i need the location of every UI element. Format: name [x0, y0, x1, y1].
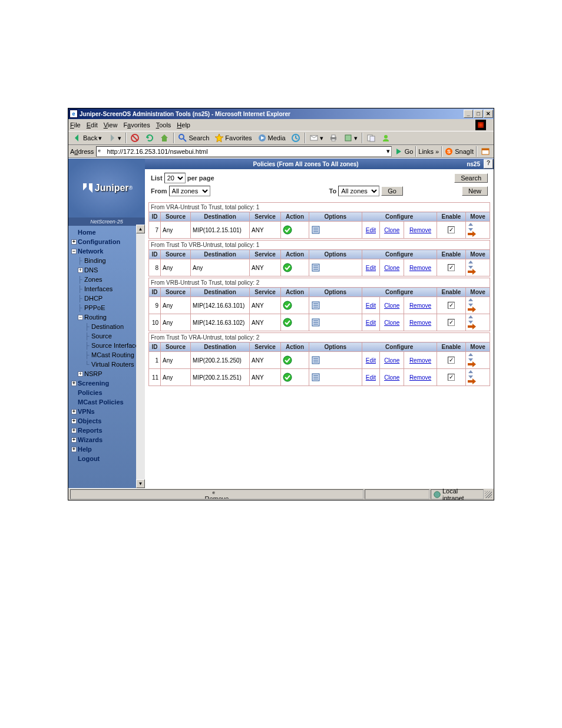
- snagit-window-button[interactable]: [479, 146, 492, 157]
- nav-pppoe[interactable]: ├PPPoE: [70, 303, 145, 312]
- minus-icon[interactable]: −: [71, 249, 77, 254]
- log-icon[interactable]: [311, 225, 360, 235]
- remove-link[interactable]: Remove: [409, 265, 431, 271]
- remove-link[interactable]: Remove: [409, 302, 431, 309]
- nav-screening[interactable]: +Screening: [70, 378, 145, 388]
- to-zone-select[interactable]: All zones: [338, 186, 379, 196]
- clone-link[interactable]: Clone: [384, 227, 399, 233]
- back-button[interactable]: Back ▾: [71, 133, 104, 143]
- edit-link[interactable]: Edit: [366, 357, 376, 364]
- menu-edit[interactable]: Edit: [87, 121, 98, 129]
- scroll-down-icon[interactable]: ▼: [136, 479, 145, 488]
- nav-mcast-policies[interactable]: MCast Policies: [70, 397, 145, 407]
- home-button[interactable]: [158, 133, 171, 143]
- messenger-button[interactable]: [379, 133, 392, 143]
- history-button[interactable]: [289, 133, 302, 143]
- menu-view[interactable]: View: [104, 121, 118, 129]
- move-updown-icon[interactable]: [468, 261, 488, 269]
- forward-button[interactable]: ▾: [105, 133, 123, 143]
- remove-link[interactable]: Remove: [409, 227, 431, 233]
- nav-vpns[interactable]: +VPNs: [70, 407, 145, 416]
- go-zone-button[interactable]: Go: [381, 186, 403, 196]
- enable-checkbox[interactable]: ✓: [448, 357, 455, 364]
- log-icon[interactable]: [311, 263, 360, 272]
- minimize-button[interactable]: _: [464, 110, 473, 118]
- new-button[interactable]: New: [462, 186, 488, 196]
- resize-grip[interactable]: [485, 491, 492, 498]
- nav-destination[interactable]: ├Destination: [70, 322, 145, 331]
- nav-configuration[interactable]: +Configuration: [70, 237, 145, 246]
- from-zone-select[interactable]: All zones: [169, 186, 210, 196]
- edit-link[interactable]: Edit: [366, 374, 376, 381]
- nav-dns[interactable]: +DNS: [70, 265, 145, 275]
- log-icon[interactable]: [311, 318, 360, 327]
- nav-help[interactable]: +Help: [70, 444, 145, 454]
- plus-icon[interactable]: +: [78, 371, 83, 377]
- enable-checkbox[interactable]: ✓: [448, 302, 455, 309]
- refresh-button[interactable]: [143, 133, 156, 143]
- clone-link[interactable]: Clone: [384, 265, 399, 271]
- discuss-button[interactable]: [365, 133, 378, 143]
- remove-link[interactable]: Remove: [409, 357, 431, 364]
- move-updown-icon[interactable]: [468, 315, 488, 324]
- nav-virtual-routers[interactable]: └Virtual Routers: [70, 360, 145, 369]
- move-updown-icon[interactable]: [468, 370, 488, 378]
- plus-icon[interactable]: +: [71, 409, 77, 414]
- move-updown-icon[interactable]: [468, 298, 488, 307]
- nav-interfaces[interactable]: ├Interfaces: [70, 284, 145, 294]
- move-arrow-icon[interactable]: [468, 324, 488, 330]
- edit-link[interactable]: Edit: [366, 227, 376, 233]
- move-arrow-icon[interactable]: [468, 231, 488, 237]
- nav-source[interactable]: ├Source: [70, 331, 145, 341]
- nav-source-interface[interactable]: ├Source Interface: [70, 341, 145, 350]
- edit-link[interactable]: Edit: [366, 302, 376, 309]
- enable-checkbox[interactable]: ✓: [448, 319, 455, 326]
- enable-checkbox[interactable]: ✓: [448, 226, 455, 233]
- log-icon[interactable]: [311, 301, 360, 310]
- go-button[interactable]: Go: [394, 147, 414, 156]
- nav-network[interactable]: −Network: [70, 246, 145, 256]
- enable-checkbox[interactable]: ✓: [448, 264, 455, 271]
- plus-icon[interactable]: +: [71, 437, 77, 443]
- menu-help[interactable]: Help: [177, 121, 190, 129]
- close-button[interactable]: ✕: [484, 110, 493, 118]
- nav-home[interactable]: Home: [70, 228, 145, 237]
- nav-nsrp[interactable]: +NSRP: [70, 369, 145, 378]
- plus-icon[interactable]: +: [78, 268, 83, 273]
- move-arrow-icon[interactable]: [468, 307, 488, 312]
- nav-wizards[interactable]: +Wizards: [70, 435, 145, 444]
- move-updown-icon[interactable]: [468, 353, 488, 361]
- menu-file[interactable]: File: [70, 121, 81, 129]
- log-icon[interactable]: [311, 355, 360, 365]
- maximize-button[interactable]: □: [474, 110, 483, 118]
- nav-mcast-routing[interactable]: ├MCast Routing: [70, 350, 145, 360]
- nav-dhcp[interactable]: ├DHCP: [70, 294, 145, 303]
- snagit-button[interactable]: S SnagIt: [444, 147, 474, 156]
- nav-binding[interactable]: ├Binding: [70, 256, 145, 265]
- plus-icon[interactable]: +: [71, 239, 77, 245]
- enable-checkbox[interactable]: ✓: [448, 374, 455, 381]
- menu-tools[interactable]: Tools: [156, 121, 171, 129]
- favorites-button[interactable]: Favorites: [213, 133, 253, 143]
- nav-policies[interactable]: Policies: [70, 388, 145, 397]
- plus-icon[interactable]: +: [71, 381, 77, 386]
- per-page-select[interactable]: 20: [164, 173, 186, 183]
- media-button[interactable]: Media: [256, 133, 287, 143]
- stop-button[interactable]: [128, 133, 141, 143]
- nav-reports[interactable]: +Reports: [70, 426, 145, 435]
- plus-icon[interactable]: +: [71, 447, 77, 452]
- minus-icon[interactable]: −: [78, 315, 83, 320]
- nav-zones[interactable]: ├Zones: [70, 275, 145, 284]
- move-updown-icon[interactable]: [468, 223, 488, 231]
- mail-button[interactable]: ▾: [308, 133, 325, 143]
- clone-link[interactable]: Clone: [384, 319, 399, 326]
- log-icon[interactable]: [311, 373, 360, 382]
- nav-objects[interactable]: +Objects: [70, 416, 145, 426]
- chevron-down-icon[interactable]: ▾: [386, 147, 390, 155]
- menu-favorites[interactable]: Favorites: [123, 121, 150, 129]
- move-arrow-icon[interactable]: [468, 269, 488, 275]
- edit-button[interactable]: ▾: [342, 133, 359, 143]
- nav-logout[interactable]: Logout: [70, 454, 145, 463]
- clone-link[interactable]: Clone: [384, 357, 399, 364]
- edit-link[interactable]: Edit: [366, 265, 376, 271]
